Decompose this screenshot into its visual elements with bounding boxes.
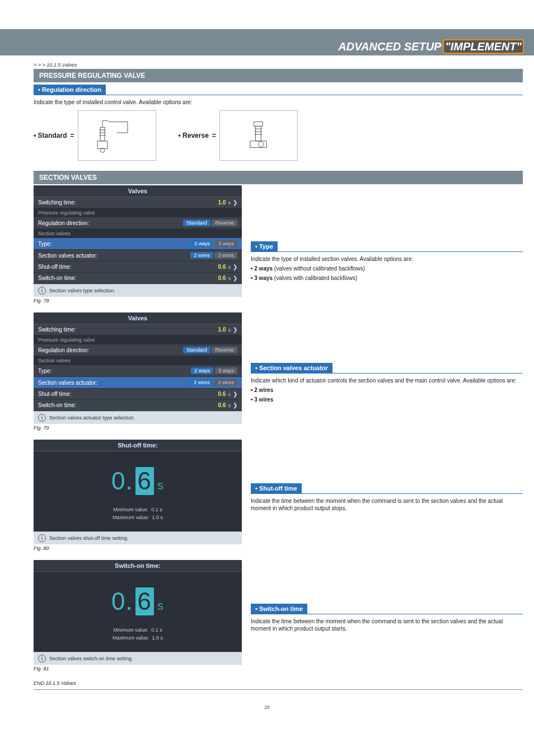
type-row-79[interactable]: Type: 2 ways 3 ways bbox=[34, 365, 242, 377]
editing-digit[interactable]: 6 bbox=[135, 587, 154, 615]
editing-digit[interactable]: 6 bbox=[135, 467, 154, 495]
pill-reverse[interactable]: Reverse bbox=[212, 220, 237, 226]
shut-off-text: Indicate the time between the moment whe… bbox=[251, 497, 523, 512]
switch-on-head: • Switch-on time bbox=[251, 604, 307, 614]
fig81-panel-title: Switch-on time: bbox=[34, 560, 242, 572]
fig79-info-text: Section valves actuator type selection. bbox=[49, 415, 135, 421]
shut-off-label: Shut-off time: bbox=[38, 264, 71, 270]
prv-subhead: Pressure regulating valve bbox=[34, 208, 242, 217]
eq2: = bbox=[212, 132, 216, 139]
fig81-info-bar: i Section valves switch-on time setting. bbox=[34, 652, 242, 665]
reverse-valve-icon bbox=[219, 110, 298, 161]
fig78-info-text: Section valves type selection. bbox=[49, 288, 115, 293]
fig81-caption: Fig. 81 bbox=[34, 666, 242, 671]
actuator-row-79[interactable]: Section valves actuator: 2 wires 3 wires bbox=[34, 377, 242, 389]
pill-3wires[interactable]: 3 wires bbox=[214, 252, 237, 259]
prv-title: PRESSURE REGULATING VALVE bbox=[34, 69, 523, 82]
actuator-label: Section valves actuator: bbox=[38, 253, 97, 259]
valve-standard-svg bbox=[78, 111, 155, 160]
fig79-panel: Valves Switching time: 1.0 s ❯ Pressure … bbox=[34, 312, 242, 424]
switching-time-label: Switching time: bbox=[38, 199, 76, 206]
prv-intro: Indicate the type of installed control v… bbox=[34, 99, 523, 106]
fig78-caption: Fig. 78 bbox=[34, 298, 242, 304]
page-number: 28 bbox=[0, 701, 534, 713]
fig79-info-bar: i Section valves actuator type selection… bbox=[34, 411, 242, 424]
reverse-option: • Reverse = bbox=[179, 110, 298, 161]
header-highlight: "IMPLEMENT" bbox=[444, 40, 523, 53]
reg-dir-label: Regulation direction: bbox=[38, 220, 89, 226]
switching-time-row[interactable]: Switching time: 1.0 s ❯ bbox=[34, 197, 242, 208]
svg-rect-1 bbox=[100, 127, 105, 141]
reg-dir-row-79[interactable]: Regulation direction: Standard Reverse bbox=[34, 344, 242, 356]
shut-off-time-display[interactable]: 0.6 s bbox=[111, 467, 164, 495]
info-icon: i bbox=[38, 287, 46, 295]
fig80-caption: Fig. 80 bbox=[34, 545, 242, 551]
fig79-caption: Fig. 79 bbox=[34, 425, 242, 431]
pill-3ways[interactable]: 3 ways bbox=[215, 240, 237, 247]
header-plain: ADVANCED SETUP bbox=[338, 40, 444, 53]
fig78-info-bar: i Section valves type selection. bbox=[34, 284, 242, 297]
chevron-right-icon: ❯ bbox=[233, 199, 237, 206]
chevron-right-icon: ❯ bbox=[233, 391, 237, 397]
fig78-panel: Valves Switching time: 1.0 s ❯ Pressure … bbox=[34, 185, 242, 297]
end-note: END 10.1.5 Valves bbox=[34, 680, 523, 686]
section-valves-title: SECTION VALVES bbox=[34, 171, 523, 184]
actuator-head: • Section valves actuator bbox=[251, 363, 332, 373]
chevron-right-icon: ❯ bbox=[233, 326, 237, 333]
shut-off-head: • Shut-off time bbox=[251, 483, 302, 493]
pill-2ways[interactable]: 2 ways bbox=[191, 240, 213, 247]
switch-on-row-79[interactable]: Switch-on time: 0.6 s ❯ bbox=[34, 400, 242, 411]
type-intro: Indicate the type of installed section v… bbox=[251, 255, 523, 263]
switching-time-val: 1.0 bbox=[218, 199, 226, 206]
fig80-panel-title: Shut-off time: bbox=[34, 440, 242, 451]
info-icon: i bbox=[38, 655, 46, 662]
fig80-info-text: Section valves shut-off time setting. bbox=[49, 535, 128, 541]
eq: = bbox=[71, 132, 74, 139]
standard-label: • Standard bbox=[34, 132, 67, 139]
actuator-intro: Indicate which kind of actuator controls… bbox=[251, 377, 523, 384]
page-header: ADVANCED SETUP "IMPLEMENT" bbox=[0, 38, 534, 55]
fig80-info-bar: i Section valves shut-off time setting. bbox=[34, 531, 242, 544]
chevron-right-icon: ❯ bbox=[233, 275, 237, 281]
svg-rect-4 bbox=[256, 126, 261, 141]
chevron-right-icon: ❯ bbox=[233, 402, 237, 408]
reg-dir-row[interactable]: Regulation direction: Standard Reverse bbox=[34, 217, 242, 229]
pill-standard[interactable]: Standard bbox=[183, 220, 210, 226]
fig81-info-text: Section valves switch-on time setting. bbox=[49, 656, 133, 661]
valve-reverse-svg bbox=[220, 111, 297, 160]
svg-rect-5 bbox=[254, 122, 263, 127]
type-head: • Type bbox=[251, 241, 278, 251]
fig78-panel-title: Valves bbox=[34, 185, 242, 197]
switch-on-time-display[interactable]: 0.6 s bbox=[111, 587, 164, 615]
switch-on-label: Switch-on time: bbox=[38, 275, 76, 281]
reg-direction-head: • Regulation direction bbox=[34, 85, 106, 95]
pill-2wires[interactable]: 2 wires bbox=[190, 252, 213, 259]
fig80-panel: Shut-off time: 0.6 s Minimum value: 0.1 … bbox=[34, 440, 242, 544]
fig79-panel-title: Valves bbox=[34, 312, 242, 324]
type-row[interactable]: Type: 2 ways 3 ways bbox=[34, 238, 242, 250]
standard-valve-icon bbox=[78, 110, 156, 161]
info-icon: i bbox=[38, 534, 46, 542]
switch-on-row[interactable]: Switch-on time: 0.6 s ❯ bbox=[34, 273, 242, 284]
type-label: Type: bbox=[38, 241, 51, 247]
switching-time-row-79[interactable]: Switching time: 1.0 s ❯ bbox=[34, 324, 242, 335]
svg-rect-0 bbox=[97, 141, 107, 149]
svg-point-6 bbox=[259, 142, 264, 147]
switch-on-text: Indicate the time between the moment whe… bbox=[251, 618, 523, 632]
info-icon: i bbox=[38, 414, 46, 422]
shut-off-row-79[interactable]: Shut-off time: 0.6 s ❯ bbox=[34, 389, 242, 400]
reverse-label: • Reverse bbox=[179, 132, 209, 139]
fig81-panel: Switch-on time: 0.6 s Minimum value: 0.1… bbox=[34, 560, 242, 665]
breadcrumb: > > > 10.1.5 Valves bbox=[34, 62, 523, 68]
shut-off-row[interactable]: Shut-off time: 0.6 s ❯ bbox=[34, 262, 242, 273]
standard-option: • Standard = bbox=[34, 110, 156, 161]
chevron-right-icon: ❯ bbox=[233, 264, 237, 270]
actuator-row[interactable]: Section valves actuator: 2 wires 3 wires bbox=[34, 250, 242, 262]
sv-subhead: Section valves bbox=[34, 229, 242, 238]
